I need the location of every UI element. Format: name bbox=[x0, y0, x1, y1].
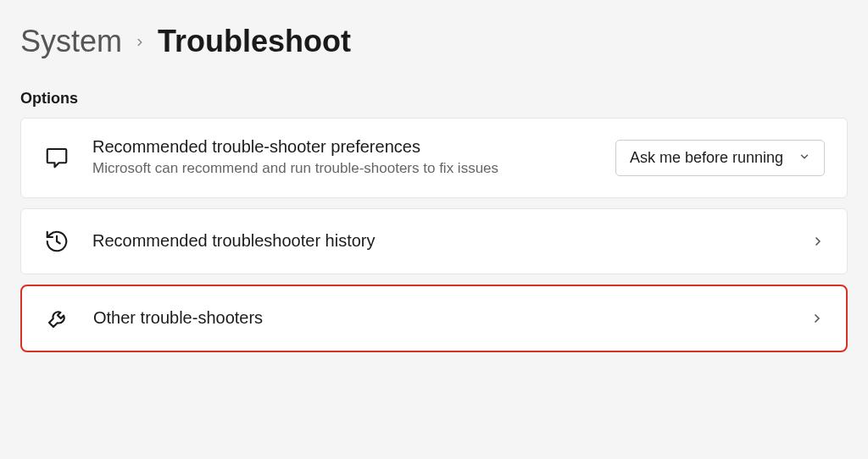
card-preferences: Recommended trouble-shooter preferences … bbox=[20, 118, 848, 198]
breadcrumb-parent[interactable]: System bbox=[20, 24, 122, 59]
preferences-dropdown-value: Ask me before running bbox=[630, 149, 783, 167]
breadcrumb: System Troubleshoot bbox=[20, 24, 848, 59]
preferences-dropdown[interactable]: Ask me before running bbox=[615, 140, 825, 176]
chevron-right-icon bbox=[134, 30, 146, 53]
card-other-title: Other trouble-shooters bbox=[93, 308, 788, 328]
section-header: Options bbox=[20, 90, 848, 108]
card-preferences-desc: Microsoft can recommend and run trouble-… bbox=[92, 159, 593, 179]
card-history[interactable]: Recommended troubleshooter history bbox=[20, 208, 848, 274]
feedback-icon bbox=[43, 144, 70, 171]
chevron-down-icon bbox=[798, 149, 810, 167]
card-preferences-text: Recommended trouble-shooter preferences … bbox=[92, 137, 593, 179]
wrench-icon bbox=[44, 305, 71, 332]
chevron-right-icon bbox=[811, 235, 825, 248]
card-preferences-title: Recommended trouble-shooter preferences bbox=[92, 137, 593, 157]
card-other-troubleshooters[interactable]: Other trouble-shooters bbox=[20, 285, 848, 352]
card-history-text: Recommended troubleshooter history bbox=[92, 231, 789, 251]
card-history-title: Recommended troubleshooter history bbox=[92, 231, 789, 251]
breadcrumb-current: Troubleshoot bbox=[158, 24, 351, 59]
card-other-text: Other trouble-shooters bbox=[93, 308, 788, 328]
chevron-right-icon bbox=[810, 312, 824, 325]
card-preferences-action: Ask me before running bbox=[615, 140, 825, 176]
history-icon bbox=[43, 228, 70, 255]
